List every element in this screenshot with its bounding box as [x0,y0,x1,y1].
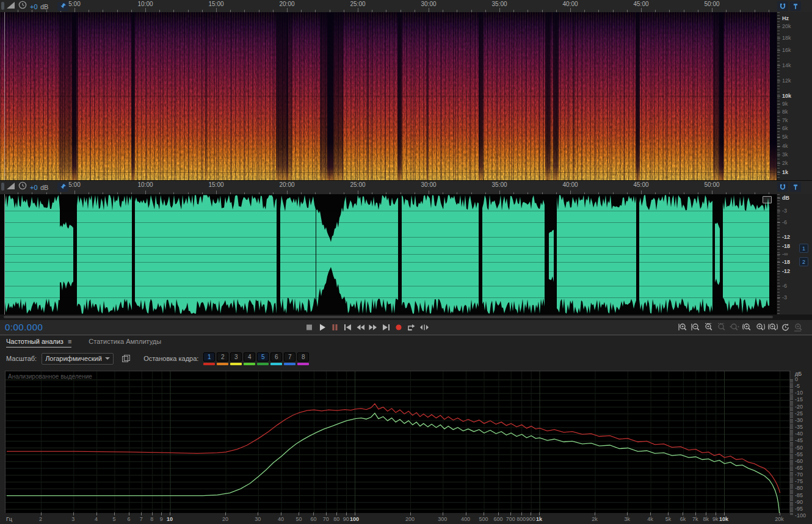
amplitude-scale[interactable]: 1 2 dB-3-6-12-18-∞-18-12-6-3 [777,194,812,315]
scale-tick [777,50,780,51]
hold-frame-button-2[interactable]: 2 [217,352,228,365]
x-axis-tick [716,512,716,515]
x-axis-tick [410,512,411,515]
x-axis-tick [313,512,314,515]
hold-frame-button-3[interactable]: 3 [230,352,242,365]
hold-frame-button-7[interactable]: 7 [284,352,295,365]
x-axis-tick [627,512,628,515]
gain-value[interactable]: +0 [30,3,38,10]
timeline-ticks[interactable]: 5:0010:0015:0020:0025:0030:0035:0040:004… [0,0,777,12]
panel-corner-icon[interactable] [763,196,772,203]
snap-magnet-button[interactable] [777,1,788,11]
y-axis-tick-label: -60 [795,458,803,464]
x-axis-tick [695,512,696,515]
y-axis-tick-label: -30 [795,417,803,423]
spectrogram-display[interactable] [0,12,777,180]
time-display[interactable]: 0:00.000 [5,322,43,332]
x-axis-tick-label: 200 [400,516,421,522]
time-tick-label: 30:00 [416,181,441,188]
zoom-navigator[interactable] [0,315,812,320]
pause-button[interactable] [329,322,340,333]
time-tick-label: 15:00 [204,181,228,188]
zoom-both-edges-button[interactable] [767,322,778,333]
panel-menu-icon[interactable]: ≡ [68,338,71,345]
x-axis-tick-label: 10 [159,516,180,522]
zoom-in-time-button[interactable] [678,322,689,333]
skip-to-start-button[interactable] [342,322,353,333]
playhead-line [4,12,5,180]
marker-pin-button[interactable] [790,182,801,192]
skip-selection-button[interactable] [419,322,430,333]
channel-1-badge[interactable]: 1 [799,244,808,253]
pin-button[interactable] [57,2,68,11]
copy-graph-button[interactable] [122,355,130,362]
scale-tick [777,128,780,129]
x-axis-tick [258,512,258,515]
skip-to-end-button[interactable] [380,322,391,333]
zoom-selection-amplitude-button[interactable] [729,322,740,333]
frequency-analysis-plot[interactable]: Анализированное выделение [5,371,791,513]
hold-frame-button-6[interactable]: 6 [270,352,282,365]
scale-tick [777,297,780,298]
x-axis-tick [299,512,299,515]
x-axis-tick [683,512,683,515]
timeline-ticks[interactable]: 5:0010:0015:0020:0025:0030:0035:0040:004… [0,181,777,195]
tab-frequency-analysis[interactable]: Частотный анализ ≡ [6,338,71,348]
reset-zoom-button[interactable] [780,322,791,333]
play-button[interactable] [316,322,327,333]
frequency-tick-label: Hz [782,15,789,21]
time-tick-label: 50:00 [700,1,724,7]
hz-unit-label: Гц [6,516,12,522]
zoom-navigator-bar[interactable] [4,316,773,318]
waveform-gridline [0,211,777,211]
hold-frame-button-1[interactable]: 1 [203,352,215,365]
zoom-out-time-button[interactable] [691,322,701,333]
timeline-ruler-spectral[interactable]: +0 dB 5:0010:0015:0020:0025:0030:0035:00… [0,0,812,13]
zoom-in-right-edge-button[interactable] [755,322,766,333]
hold-frame-number: 5 [257,352,269,362]
tab-amplitude-statistics[interactable]: Статистика Амплитуды [89,338,161,348]
scale-tick [777,155,780,155]
zoom-in-left-edge-button[interactable] [742,322,753,333]
hold-frame-button-8[interactable]: 8 [297,352,309,365]
time-tick [712,8,712,12]
timeline-ruler-waveform[interactable]: +0 dB 5:0010:0015:0020:0025:0030:0035:00… [0,180,812,195]
x-axis-tick [510,512,511,515]
loop-playback-button[interactable] [406,322,417,333]
time-tick-label: 30:00 [416,1,441,7]
x-axis-tick [443,512,443,515]
y-axis-tick-label: -90 [795,499,803,505]
pin-button[interactable] [57,183,68,192]
snap-magnet-button[interactable] [777,182,788,192]
hold-frame-button-4[interactable]: 4 [244,352,255,365]
y-axis-tick-label: -70 [795,471,803,478]
x-axis-tick [170,512,170,515]
y-axis-tick-label: -5 [795,383,800,389]
spectrogram-gridline [0,172,777,173]
x-axis-tick [114,512,115,515]
hold-frame-button-5[interactable]: 5 [257,352,269,365]
x-axis-tick [531,512,531,515]
x-axis-tick [466,512,466,515]
zoom-selection-time-button[interactable] [716,322,727,333]
channel-2-badge[interactable]: 2 [799,257,808,266]
zoom-to-selection-button[interactable] [703,322,714,333]
plot-frequency-axis: Гц 2345678910203040506070809010020030040… [5,512,790,524]
gain-value[interactable]: +0 [30,184,38,191]
x-axis-tick [484,512,484,515]
zoom-amplitude-button[interactable] [793,322,804,333]
scale-dropdown[interactable]: Логарифмический [42,353,114,365]
hold-frame-number: 1 [203,352,215,362]
stop-button[interactable] [303,322,314,333]
y-axis-tick-label: 0 [795,376,798,382]
frequency-tick-label: 10k [782,93,791,99]
fast-forward-button[interactable] [368,322,379,333]
record-button[interactable] [393,322,404,333]
frequency-scale[interactable]: Hz20k18k16k14k12k10k9k8k7k6k5k4k3k2k1k [777,12,812,180]
chevron-down-icon [105,357,110,360]
rewind-button[interactable] [355,322,366,333]
waveform-gridline [0,254,777,255]
marker-pin-button[interactable] [790,1,801,11]
waveform-display[interactable] [0,194,777,315]
time-tick-label: 45:00 [629,181,653,188]
